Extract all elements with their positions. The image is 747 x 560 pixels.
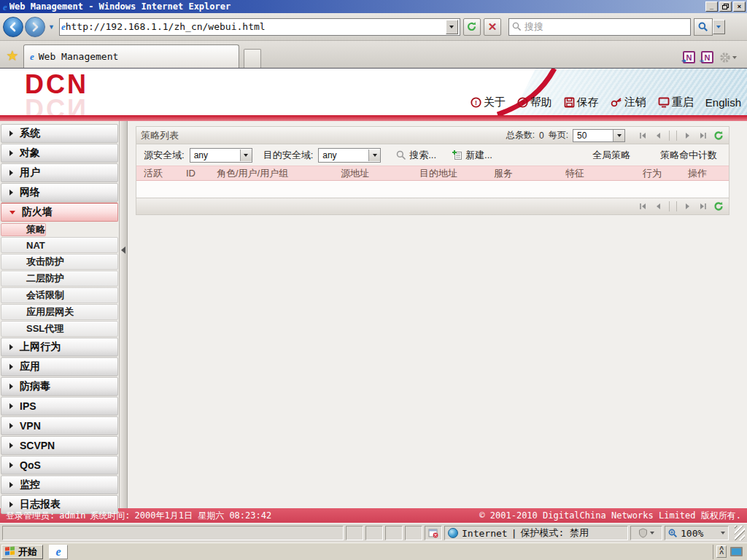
sidebar-item-antivirus[interactable]: 防病毒 [1,377,118,396]
sidebar-item-qos[interactable]: QoS [1,456,118,475]
web-search-input[interactable] [525,21,687,32]
help-link[interactable]: ? 帮助 [517,96,552,109]
sidebar-item-firewall[interactable]: 防火墙 [1,203,118,222]
sidebar-subitem-ssl-proxy[interactable]: SSL代理 [1,321,118,337]
address-bar: ▼ e ✕ [0,13,747,41]
first-page-icon[interactable] [637,130,649,141]
privacy-button[interactable] [630,526,662,540]
admin-value: admin [59,510,85,521]
dst-zone-label: 目的安全域: [263,149,314,162]
windows-taskbar: 开始 e ^^ [0,542,747,560]
logout-link[interactable]: 注销 [611,96,646,109]
sidebar-subitem-session-limit[interactable]: 会话限制 [1,287,118,303]
last-page-icon[interactable] [697,201,709,212]
minimize-button[interactable]: _ [705,1,718,12]
new-policy-button[interactable]: 新建... [452,149,492,162]
chevron-right-icon [9,190,13,195]
header-red-bar [0,115,747,121]
first-page-icon[interactable] [637,201,649,212]
close-button[interactable]: × [733,1,746,12]
start-label: 开始 [18,545,37,559]
col-feature: 特征 [558,167,635,180]
chevron-right-icon [9,482,13,488]
search-go-button[interactable] [694,18,713,36]
sidebar-subitem-alg[interactable]: 应用层网关 [1,304,118,320]
next-page-icon[interactable] [682,201,694,212]
last-page-icon[interactable] [697,130,709,141]
select-arrow-icon [240,149,252,161]
sidebar-item-application[interactable]: 应用 [1,357,118,376]
resize-grip[interactable] [735,526,745,540]
save-link[interactable]: 保存 [564,96,599,109]
copyright-text: © 2001-2010 DigitalChina Networks Limite… [479,510,741,522]
new-tab-button[interactable] [244,49,261,68]
tab-label: Web Management [39,51,119,62]
english-link[interactable]: English [705,96,741,109]
sidebar-splitter[interactable] [119,121,128,508]
about-link[interactable]: ! 关于 [471,96,506,109]
quick-launch-ie[interactable]: e [49,545,68,559]
sidebar-item-users[interactable]: 用户 [1,163,118,182]
sidebar-subitem-l2-protection[interactable]: 二层防护 [1,271,118,287]
sidebar-item-network[interactable]: 网络 [1,183,118,202]
sidebar-item-system[interactable]: 系统 [1,124,118,143]
restore-button[interactable] [719,1,732,12]
total-count-value: 0 [539,131,544,141]
col-id: ID [179,168,209,179]
zoom-control[interactable]: 100% [665,526,729,540]
sidebar-subitem-policy[interactable]: 策略 [1,223,46,236]
tab-web-management[interactable]: e Web Management [23,44,239,68]
onenote-send-icon[interactable]: N➜ [683,51,695,63]
sidebar-item-vpn[interactable]: VPN [1,416,118,435]
dst-zone-select[interactable]: any [318,148,381,163]
src-zone-select[interactable]: any [190,148,252,163]
search-options-button[interactable] [713,20,725,34]
col-active: 活跃 [136,167,179,180]
collapse-sidebar-icon[interactable] [121,246,125,254]
network-monitor-icon[interactable] [730,547,743,556]
show-hidden-icons-button[interactable]: ^^ [716,545,727,558]
sidebar-subitem-attack-protection[interactable]: 攻击防护 [1,254,118,270]
url-field: e [59,18,460,36]
key-icon [611,97,622,108]
sidebar-item-monitor[interactable]: 监控 [1,475,118,494]
chevron-right-icon [9,443,13,448]
history-dropdown-button[interactable]: ▼ [48,23,55,31]
onenote-linked-icon[interactable]: N∞ [701,51,713,63]
sidebar-subitem-nat[interactable]: NAT [1,237,118,253]
prev-page-icon[interactable] [652,201,664,212]
search-box [508,18,691,36]
start-button[interactable]: 开始 [1,545,43,559]
tools-gear-button[interactable] [719,52,737,63]
url-dropdown-button[interactable] [446,20,458,34]
select-arrow-icon [613,130,624,141]
pagination-bottom [637,201,724,212]
prev-page-icon[interactable] [652,130,664,141]
sidebar-item-ips[interactable]: IPS [1,397,118,416]
windows-flag-icon [5,547,15,557]
window-title: Web Management - Windows Internet Explor… [9,1,704,12]
restart-link[interactable]: 重启 [658,96,694,109]
new-document-icon [452,149,462,160]
search-policies-button[interactable]: 搜索... [396,149,436,162]
url-input[interactable] [66,21,446,32]
sidebar-item-web-behavior[interactable]: 上网行为 [1,338,118,357]
next-page-icon[interactable] [682,130,694,141]
global-policy-link[interactable]: 全局策略 [592,149,630,162]
sidebar-item-scvpn[interactable]: SCVPN [1,436,118,455]
refresh-list-icon[interactable] [713,201,724,212]
ie-logo-icon: e [55,546,61,558]
refresh-button[interactable] [463,18,481,36]
system-tray: ^^ [713,545,746,559]
security-zone-segment: Internet | 保护模式: 禁用 [444,526,628,540]
back-button[interactable] [3,17,23,37]
favorites-star-icon[interactable]: ★ [1,45,23,66]
page-header: DCN DCN ! 关于 ? 帮助 保存 注销 重启 [0,69,747,115]
stop-button[interactable]: ✕ [484,18,501,36]
per-page-select[interactable]: 50 [573,129,625,142]
policy-hit-count-link[interactable]: 策略命中计数 [660,149,717,162]
forward-button[interactable] [25,17,45,37]
sidebar-item-objects[interactable]: 对象 [1,144,118,163]
chevron-down-icon [9,211,15,214]
refresh-list-icon[interactable] [713,130,724,141]
